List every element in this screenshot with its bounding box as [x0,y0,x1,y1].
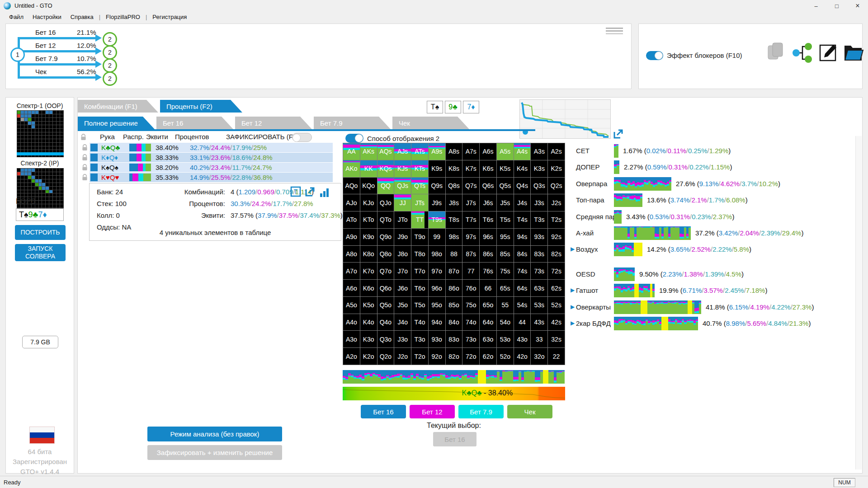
matrix-cell-J6s[interactable]: J6s [480,194,496,211]
matrix-cell-92s[interactable]: 92s [548,229,565,245]
matrix-cell-Q7s[interactable]: Q7s [462,178,479,194]
matrix-cell-64s[interactable]: 64s [514,280,531,296]
popout-icon[interactable] [305,186,316,197]
matrix-cell-JTs[interactable]: JTs [411,194,428,211]
matrix-cell-QJo[interactable]: QJo [377,194,394,211]
matrix-cell-A8s[interactable]: A8s [446,143,462,160]
matrix-cell-Q8s[interactable]: Q8s [446,178,462,194]
matrix-cell-Q4o[interactable]: Q4o [377,314,394,331]
matrix-cell-A2o[interactable]: A2o [343,348,360,365]
matrix-cell-T9s[interactable]: T9s [429,211,445,228]
matrix-cell-55[interactable]: 55 [497,297,514,314]
matrix-cell-JJ[interactable]: JJ [394,194,411,211]
table-row[interactable]: K♠Q♠38.20%40.2%/23.4%/11.7%/24.7% [80,163,333,172]
matrix-cell-T6o[interactable]: T6o [411,280,428,296]
matrix-cell-J3o[interactable]: J3o [394,331,411,347]
lock-icon[interactable] [82,144,88,151]
matrix-cell-73o[interactable]: 73o [462,331,479,347]
matrix-cell-Q2o[interactable]: Q2o [377,348,394,365]
matrix-cell-A9s[interactable]: A9s [429,143,445,160]
matrix-cell-K4o[interactable]: K4o [360,314,377,331]
matrix-cell-K2o[interactable]: K2o [360,348,377,365]
table-row[interactable]: K♥Q♥35.33%14.9%/25.5%/22.8%/36.8% [80,173,333,182]
matrix-cell-J4o[interactable]: J4o [394,314,411,331]
table-row[interactable]: K♦Q♦38.33%33.1%/23.6%/18.6%/24.8% [80,153,333,162]
subtab-бет-7-9[interactable]: Бет 7.9 [314,117,391,129]
matrix-cell-Q6s[interactable]: Q6s [480,178,496,194]
matrix-cell-KTo[interactable]: KTo [360,211,377,228]
matrix-cell-Q8o[interactable]: Q8o [377,246,394,263]
matrix-cell-95s[interactable]: 95s [497,229,514,245]
matrix-cell-QTs[interactable]: QTs [411,178,428,194]
matrix-cell-J9s[interactable]: J9s [429,194,445,211]
matrix-cell-54s[interactable]: 54s [514,297,531,314]
tree-node-2[interactable]: 2 [103,71,117,86]
matrix-cell-A2s[interactable]: A2s [548,143,565,160]
matrix-cell-43o[interactable]: 43o [514,331,531,347]
matrix-cell-Q3s[interactable]: Q3s [531,178,547,194]
matrix-cell-Q6o[interactable]: Q6o [377,280,394,296]
tree-node-2[interactable]: 2 [103,45,117,60]
matrix-cell-82s[interactable]: 82s [548,246,565,263]
matrix-cell-J3s[interactable]: J3s [531,194,547,211]
matrix-cell-TT[interactable]: TT [411,211,428,228]
table-row[interactable]: K♣Q♣38.40%32.7%/24.4%/17.9%/25% [80,143,333,152]
matrix-cell-T3s[interactable]: T3s [531,211,547,228]
matrix-cell-T3o[interactable]: T3o [411,331,428,347]
matrix-cell-98o[interactable]: 98o [429,246,445,263]
blockers-toggle[interactable] [646,51,663,60]
expand-arrow-icon[interactable]: ▶ [571,320,575,326]
matrix-cell-65s[interactable]: 65s [497,280,514,296]
matrix-cell-K6o[interactable]: K6o [360,280,377,296]
lock-toggle[interactable] [292,133,312,142]
drag-grip-icon[interactable] [606,28,623,36]
matrix-cell-A6o[interactable]: A6o [343,280,360,296]
run-solver-button[interactable]: ЗАПУСКСОЛВЕРА [15,244,66,261]
matrix-cell-84o[interactable]: 84o [446,314,462,331]
matrix-cell-99[interactable]: 99 [429,229,445,245]
matrix-cell-A4o[interactable]: A4o [343,314,360,331]
matrix-cell-KJo[interactable]: KJo [360,194,377,211]
matrix-cell-42s[interactable]: 42s [548,314,565,331]
matrix-cell-AJo[interactable]: AJo [343,194,360,211]
matrix-cell-97s[interactable]: 97s [462,229,479,245]
matrix-cell-J2o[interactable]: J2o [394,348,411,365]
matrix-cell-JTo[interactable]: JTo [394,211,411,228]
text-view-icon[interactable]: T [290,186,301,197]
matrix-cell-87s[interactable]: 87s [462,246,479,263]
matrix-cell-62s[interactable]: 62s [548,280,565,296]
matrix-cell-86s[interactable]: 86s [480,246,496,263]
build-button[interactable]: ПОСТРОИТЬ [15,225,66,240]
board-card-1[interactable]: T♠ [427,101,443,113]
matrix-cell-T8s[interactable]: T8s [446,211,462,228]
matrix-cell-K8o[interactable]: K8o [360,246,377,263]
tree-view-icon[interactable] [792,41,812,65]
menu-item-настройки[interactable]: Настройки [28,13,66,21]
subtab-full-solution[interactable]: Полное решение [78,117,155,129]
matrix-cell-63o[interactable]: 63o [480,331,496,347]
matrix-cell-32o[interactable]: 32o [531,348,547,365]
matrix-cell-32s[interactable]: 32s [548,331,565,347]
matrix-cell-72s[interactable]: 72s [548,263,565,279]
menu-item-flopzillapro[interactable]: FlopzillaPRO [101,13,145,21]
matrix-cell-54o[interactable]: 54o [497,314,514,331]
matrix-cell-94o[interactable]: 94o [429,314,445,331]
matrix-cell-53s[interactable]: 53s [531,297,547,314]
action-button-бет-16[interactable]: Бет 16 [361,405,406,418]
matrix-cell-T9o[interactable]: T9o [411,229,428,245]
current-choice-button[interactable]: Бет 16 [433,432,476,446]
equity-distribution-graph[interactable] [519,99,611,139]
matrix-cell-96o[interactable]: 96o [429,280,445,296]
matrix-cell-77[interactable]: 77 [462,263,479,279]
matrix-cell-T6s[interactable]: T6s [480,211,496,228]
menu-item-файл[interactable]: Файл [5,13,28,21]
matrix-cell-96s[interactable]: 96s [480,229,496,245]
tree-node-2[interactable]: 2 [103,32,117,47]
matrix-cell-Q9o[interactable]: Q9o [377,229,394,245]
russian-flag-icon[interactable] [29,427,55,444]
edit-icon[interactable] [818,41,839,65]
matrix-cell-42o[interactable]: 42o [514,348,531,365]
matrix-cell-Q9s[interactable]: Q9s [429,178,445,194]
matrix-cell-82o[interactable]: 82o [446,348,462,365]
matrix-cell-83s[interactable]: 83s [531,246,547,263]
